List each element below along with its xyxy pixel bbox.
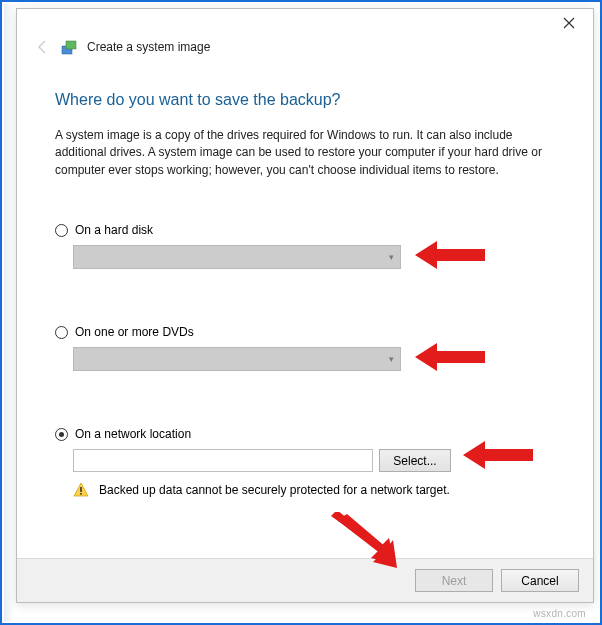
- svg-marker-2: [415, 241, 485, 269]
- radio-label-hard-disk: On a hard disk: [75, 223, 153, 237]
- back-icon: [35, 39, 51, 55]
- svg-marker-3: [415, 343, 485, 371]
- radio-row-dvds[interactable]: On one or more DVDs: [55, 325, 565, 339]
- radio-icon: [55, 428, 68, 441]
- dialog-window: Create a system image Where do you want …: [16, 8, 594, 603]
- watermark: wsxdn.com: [533, 608, 586, 619]
- annotation-arrow-dvds: [415, 339, 487, 375]
- radio-row-hard-disk[interactable]: On a hard disk: [55, 223, 565, 237]
- radio-icon: [55, 224, 68, 237]
- page-heading: Where do you want to save the backup?: [55, 91, 565, 109]
- system-image-icon: [61, 39, 77, 55]
- close-icon: [563, 17, 575, 29]
- network-path-input[interactable]: [73, 449, 373, 472]
- option-hard-disk: On a hard disk ▾: [55, 223, 565, 269]
- radio-label-network: On a network location: [75, 427, 191, 441]
- header-row: Create a system image: [17, 37, 593, 63]
- option-network: On a network location Select... Backed u…: [55, 427, 565, 498]
- svg-rect-7: [80, 493, 82, 495]
- dvds-dropdown[interactable]: ▾: [73, 347, 401, 371]
- content-area: Where do you want to save the backup? A …: [17, 63, 593, 498]
- footer-bar: Next Cancel: [17, 558, 593, 602]
- svg-marker-9: [331, 512, 395, 564]
- select-button[interactable]: Select...: [379, 449, 451, 472]
- svg-rect-6: [80, 487, 82, 492]
- chevron-down-icon: ▾: [389, 252, 394, 262]
- radio-icon: [55, 326, 68, 339]
- hard-disk-dropdown[interactable]: ▾: [73, 245, 401, 269]
- radio-label-dvds: On one or more DVDs: [75, 325, 194, 339]
- chevron-down-icon: ▾: [389, 354, 394, 364]
- header-title: Create a system image: [87, 40, 210, 54]
- cancel-button[interactable]: Cancel: [501, 569, 579, 592]
- option-dvds: On one or more DVDs ▾: [55, 325, 565, 371]
- radio-row-network[interactable]: On a network location: [55, 427, 565, 441]
- warning-row: Backed up data cannot be securely protec…: [73, 482, 565, 498]
- next-button[interactable]: Next: [415, 569, 493, 592]
- warning-icon: [73, 482, 89, 498]
- warning-text: Backed up data cannot be securely protec…: [99, 483, 450, 497]
- close-button[interactable]: [551, 11, 587, 35]
- page-frame: Create a system image Where do you want …: [0, 0, 602, 625]
- annotation-arrow-hard-disk: [415, 237, 487, 273]
- titlebar: [17, 9, 593, 37]
- description-text: A system image is a copy of the drives r…: [55, 127, 565, 179]
- network-path-row: Select...: [73, 449, 565, 472]
- background-blur: [4, 4, 14, 621]
- svg-rect-1: [66, 41, 76, 49]
